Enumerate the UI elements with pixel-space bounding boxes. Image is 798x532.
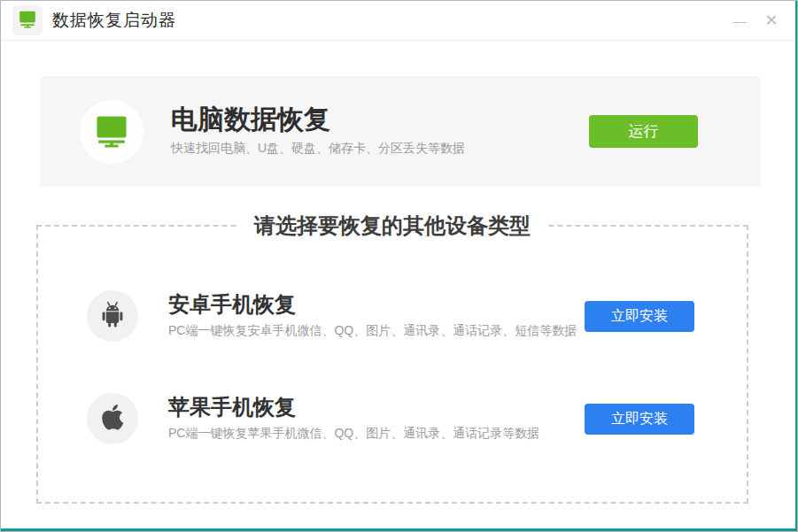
android-robot-icon [97,298,128,334]
apple-logo-icon [98,403,127,435]
android-text: 安卓手机恢复 PC端一键恢复安卓手机微信、QQ、图片、通讯录、通话记录、短信等数… [168,294,577,339]
window-title: 数据恢复启动器 [52,9,176,32]
section-title: 请选择要恢复的其他设备类型 [238,212,546,240]
window-accent-border-bottom [1,528,797,531]
app-logo [12,5,43,35]
titlebar: 数据恢复启动器 — ✕ [1,1,797,41]
minimize-button[interactable]: — [724,5,755,35]
run-button[interactable]: 运行 [589,115,698,148]
other-devices-section: 请选择要恢复的其他设备类型 [36,225,748,504]
window-accent-border-right [795,1,797,531]
pc-card-title: 电脑数据恢复 [171,106,465,133]
device-row-ios: 苹果手机恢复 PC端一键恢复苹果手机微信、QQ、图片、通讯录、通话记录等数据 立… [87,393,694,444]
android-subtitle: PC端一键恢复安卓手机微信、QQ、图片、通讯录、通话记录、短信等数据 [168,323,577,339]
pc-card-subtitle: 快速找回电脑、U盘、硬盘、储存卡、分区丢失等数据 [171,141,465,157]
close-button[interactable]: ✕ [756,5,786,35]
ios-subtitle: PC端一键恢复苹果手机微信、QQ、图片、通讯录、通话记录等数据 [168,426,539,442]
ios-install-button[interactable]: 立即安装 [585,404,694,435]
green-monitor-icon [17,8,38,33]
android-title: 安卓手机恢复 [168,294,577,315]
app-window: 数据恢复启动器 — ✕ 电脑数据恢复 快速找回电脑、U盘、硬盘、储存卡、分区丢失… [0,0,798,532]
apple-icon-circle [87,393,138,444]
pc-icon-circle [80,100,143,164]
device-row-android: 安卓手机恢复 PC端一键恢复安卓手机微信、QQ、图片、通讯录、通话记录、短信等数… [87,290,694,342]
ios-text: 苹果手机恢复 PC端一键恢复苹果手机微信、QQ、图片、通讯录、通话记录等数据 [168,397,539,442]
pc-card-text: 电脑数据恢复 快速找回电脑、U盘、硬盘、储存卡、分区丢失等数据 [171,106,465,157]
pc-recovery-card: 电脑数据恢复 快速找回电脑、U盘、硬盘、储存卡、分区丢失等数据 运行 [40,76,761,187]
device-rows: 安卓手机恢复 PC端一键恢复安卓手机微信、QQ、图片、通讯录、通话记录、短信等数… [38,227,747,444]
android-install-button[interactable]: 立即安装 [585,301,694,332]
green-monitor-icon [92,111,131,153]
android-icon-circle [87,290,138,342]
ios-title: 苹果手机恢复 [168,397,539,418]
